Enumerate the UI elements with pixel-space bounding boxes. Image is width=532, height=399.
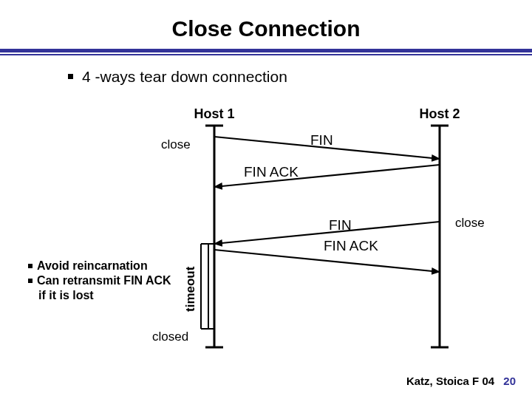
arrow-fin1 [214,137,440,159]
arrow-fin2 [214,222,440,244]
sequence-diagram [0,0,532,399]
arrow-finack1 [214,165,440,187]
arrow-finack2 [214,250,440,272]
slide: Close Connection 4 -ways tear down conne… [0,0,532,399]
